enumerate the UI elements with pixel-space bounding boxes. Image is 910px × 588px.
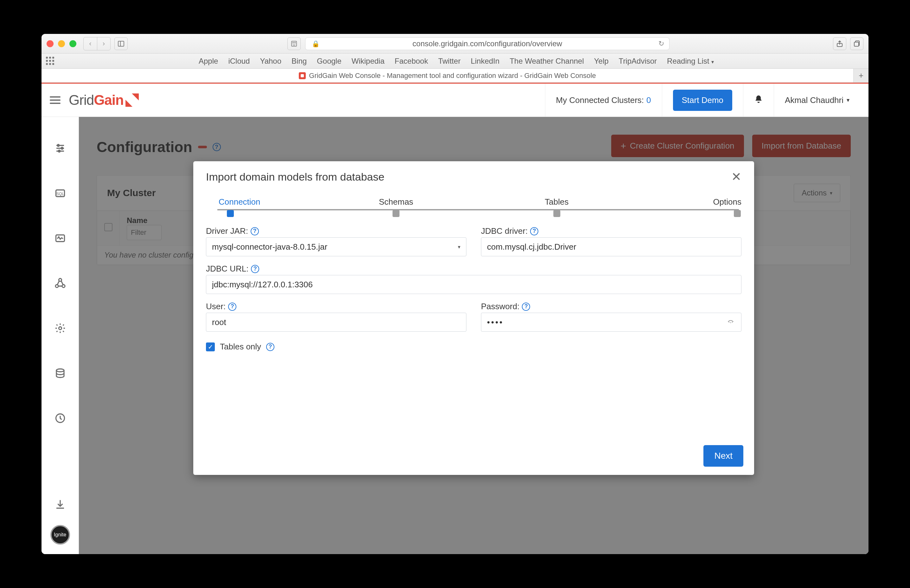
share-button[interactable] (833, 37, 846, 50)
help-icon[interactable]: ? (530, 227, 538, 235)
nav-forward-button[interactable]: › (97, 37, 110, 50)
connected-count: 0 (647, 95, 651, 105)
bookmark-item[interactable]: Yahoo (260, 57, 281, 66)
connected-clusters[interactable]: My Connected Clusters: 0 (545, 84, 662, 116)
bookmark-item[interactable]: Wikipedia (352, 57, 385, 66)
bookmark-item[interactable]: The Weather Channel (509, 57, 583, 66)
bookmark-item[interactable]: Apple (199, 57, 218, 66)
bookmarks-bar: Apple iCloud Yahoo Bing Google Wikipedia… (42, 53, 868, 69)
jdbc-url-label: JDBC URL: (206, 264, 249, 274)
bookmark-item[interactable]: TripAdvisor (619, 57, 657, 66)
rail-monitor-icon[interactable] (53, 232, 67, 245)
next-button[interactable]: Next (703, 445, 744, 467)
tabs-overview-button[interactable] (850, 37, 863, 50)
user-label: User: (206, 302, 226, 312)
help-icon[interactable]: ? (522, 302, 530, 311)
svg-point-14 (55, 285, 58, 288)
rail-sql-icon[interactable]: SQL (53, 187, 67, 200)
bookmark-item[interactable]: Bing (291, 57, 307, 66)
url-bar[interactable]: 🔒 console.gridgain.com/configuration/ove… (305, 37, 669, 50)
jdbc-driver-input[interactable] (481, 237, 742, 256)
nav-back-forward: ‹ › (83, 37, 111, 50)
tables-only-label: Tables only (220, 342, 261, 352)
start-demo-button[interactable]: Start Demo (673, 90, 732, 111)
modal-close-button[interactable]: ✕ (731, 171, 742, 183)
eye-icon[interactable] (726, 318, 735, 326)
reload-icon[interactable]: ↻ (658, 40, 664, 48)
step-schemas[interactable]: Schemas (379, 197, 413, 217)
import-modal: Import domain models from database ✕ Con… (193, 161, 754, 475)
browser-tab[interactable]: GridGain Web Console - Management tool a… (42, 69, 853, 82)
brand-arrows-icon (126, 94, 139, 107)
rail-config-icon[interactable] (53, 142, 67, 155)
modal-scrim[interactable]: Import domain models from database ✕ Con… (79, 117, 868, 554)
bookmark-item[interactable]: Facebook (395, 57, 428, 66)
lock-icon: 🔒 (312, 40, 320, 47)
side-rail: SQL Ignite (42, 117, 79, 554)
step-connection[interactable]: Connection (219, 197, 260, 217)
sidebar-toggle-button[interactable] (115, 37, 128, 50)
svg-point-16 (59, 327, 61, 330)
url-text: console.gridgain.com/configuration/overv… (412, 39, 562, 48)
tab-strip: GridGain Web Console - Management tool a… (42, 69, 868, 83)
start-demo-wrap: Start Demo (662, 84, 744, 116)
titlebar: ‹ › 🔒 console.gridgain.com/configuration… (42, 34, 868, 53)
help-icon[interactable]: ? (251, 227, 259, 235)
brand-logo[interactable]: GridGain (69, 92, 139, 108)
rail-storage-icon[interactable] (53, 367, 67, 380)
rail-settings-icon[interactable] (53, 321, 67, 335)
modal-title: Import domain models from database (206, 171, 384, 183)
window-controls (47, 40, 76, 47)
help-icon[interactable]: ? (266, 343, 275, 351)
user-input[interactable] (206, 313, 466, 332)
favicon-icon (299, 72, 306, 79)
svg-rect-2 (291, 41, 297, 46)
url-wrap: 🔒 console.gridgain.com/configuration/ove… (128, 37, 829, 50)
rail-ignite-badge-icon[interactable]: Ignite (50, 525, 70, 544)
stepper: Connection Schemas Tables Options (206, 197, 742, 212)
svg-point-17 (57, 369, 64, 372)
rail-download-icon[interactable] (53, 498, 67, 511)
app-header: GridGain My Connected Clusters: 0 Start … (42, 83, 868, 117)
app-body: SQL Ignite Configuration ? +Crea (42, 117, 868, 554)
menu-toggle-button[interactable] (50, 96, 60, 104)
chevron-down-icon: ▾ (458, 244, 461, 250)
tab-title: GridGain Web Console - Management tool a… (309, 72, 596, 80)
bookmark-item[interactable]: LinkedIn (471, 57, 499, 66)
jdbc-driver-label: JDBC driver: (481, 226, 528, 236)
step-tables[interactable]: Tables (545, 197, 569, 217)
apps-grid-icon[interactable] (46, 57, 55, 66)
close-window-icon[interactable] (47, 40, 53, 47)
minimize-window-icon[interactable] (58, 40, 65, 47)
chevron-down-icon: ▾ (847, 97, 850, 103)
notifications[interactable] (743, 84, 774, 116)
svg-point-4 (295, 42, 295, 43)
bookmark-item[interactable]: Twitter (438, 57, 461, 66)
nav-back-button[interactable]: ‹ (84, 37, 97, 50)
browser-window: ‹ › 🔒 console.gridgain.com/configuration… (42, 34, 868, 554)
help-icon[interactable]: ? (251, 265, 259, 273)
bookmark-item[interactable]: Yelp (594, 57, 609, 66)
bookmark-item[interactable]: Google (317, 57, 341, 66)
chevron-down-icon: ▾ (711, 59, 714, 65)
rail-cluster-icon[interactable] (53, 276, 67, 290)
tables-only-checkbox[interactable]: ✓ (206, 342, 215, 351)
new-tab-button[interactable]: + (853, 69, 868, 82)
bookmark-item[interactable]: iCloud (228, 57, 250, 66)
zoom-window-icon[interactable] (70, 40, 76, 47)
bookmark-item[interactable]: Reading List ▾ (667, 57, 714, 66)
app: GridGain My Connected Clusters: 0 Start … (42, 83, 868, 554)
driver-jar-select[interactable]: mysql-connector-java-8.0.15.jar ▾ (206, 237, 466, 256)
bell-icon (754, 95, 763, 106)
page: Configuration ? +Create Cluster Configur… (79, 117, 868, 554)
jdbc-url-input[interactable] (206, 275, 742, 294)
user-name: Akmal Chaudhri (785, 95, 844, 105)
driver-jar-label: Driver JAR: (206, 226, 248, 236)
password-input[interactable] (481, 313, 742, 332)
rail-history-icon[interactable] (53, 412, 67, 425)
step-options[interactable]: Options (713, 197, 742, 217)
help-icon[interactable]: ? (228, 302, 236, 311)
user-menu[interactable]: Akmal Chaudhri ▾ (774, 84, 860, 116)
password-label: Password: (481, 302, 519, 312)
reader-mode-button[interactable] (288, 37, 301, 50)
